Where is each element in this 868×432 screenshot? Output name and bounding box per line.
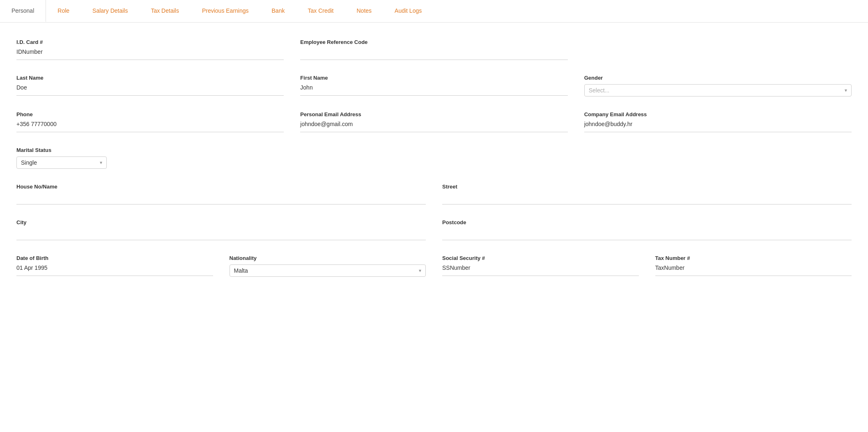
field-city: City — [16, 219, 426, 240]
id-card-label: I.D. Card # — [16, 39, 284, 45]
tab-bank[interactable]: Bank — [260, 0, 296, 22]
field-first-name: First Name John — [300, 75, 567, 97]
nationality-label: Nationality — [230, 255, 426, 261]
employee-ref-value[interactable] — [300, 48, 567, 60]
field-social-security: Social Security # SSNumber — [442, 255, 639, 277]
field-id-card: I.D. Card # IDNumber — [16, 39, 284, 60]
house-no-value[interactable] — [16, 193, 426, 205]
field-employee-ref: Employee Reference Code — [300, 39, 567, 60]
first-name-value[interactable]: John — [300, 84, 567, 96]
tab-audit-logs[interactable]: Audit Logs — [383, 0, 433, 22]
city-value[interactable] — [16, 229, 426, 240]
tab-personal[interactable]: Personal — [0, 0, 46, 22]
nationality-select[interactable]: Malta ▾ — [230, 264, 426, 277]
field-postcode: Postcode — [442, 219, 852, 240]
tab-salary-details[interactable]: Salary Details — [81, 0, 139, 22]
dob-label: Date of Birth — [16, 255, 213, 261]
postcode-value[interactable] — [442, 229, 852, 240]
field-nationality: Nationality Malta ▾ — [230, 255, 426, 277]
tab-role[interactable]: Role — [46, 0, 81, 22]
tab-tax-details[interactable]: Tax Details — [139, 0, 190, 22]
phone-value[interactable]: +356 77770000 — [16, 121, 284, 132]
field-house-no: House No/Name — [16, 184, 426, 205]
last-name-value[interactable]: Doe — [16, 84, 284, 96]
tax-number-label: Tax Number # — [655, 255, 852, 261]
field-tax-number: Tax Number # TaxNumber — [655, 255, 852, 277]
marital-status-label: Marital Status — [16, 147, 107, 153]
phone-label: Phone — [16, 111, 284, 117]
first-name-label: First Name — [300, 75, 567, 81]
tab-tax-credit[interactable]: Tax Credit — [296, 0, 345, 22]
tax-number-value[interactable]: TaxNumber — [655, 264, 852, 276]
id-card-value[interactable]: IDNumber — [16, 48, 284, 60]
postcode-label: Postcode — [442, 219, 852, 225]
street-value[interactable] — [442, 193, 852, 205]
personal-email-value[interactable]: johndoe@gmail.com — [300, 121, 567, 132]
tabs-nav: Personal Role Salary Details Tax Details… — [0, 0, 868, 23]
row-marital: Marital Status Single ▾ — [16, 147, 852, 169]
social-security-label: Social Security # — [442, 255, 639, 261]
row-address1: House No/Name Street — [16, 184, 852, 205]
street-label: Street — [442, 184, 852, 190]
company-email-label: Company Email Address — [584, 111, 852, 117]
personal-email-label: Personal Email Address — [300, 111, 567, 117]
city-label: City — [16, 219, 426, 225]
field-gender: Gender Select... ▾ — [584, 75, 852, 97]
company-email-value[interactable]: johndoe@buddy.hr — [584, 121, 852, 132]
personal-form: I.D. Card # IDNumber Employee Reference … — [0, 23, 868, 308]
chevron-down-icon: ▾ — [419, 268, 421, 273]
field-marital-status: Marital Status Single ▾ — [16, 147, 107, 169]
tab-previous-earnings[interactable]: Previous Earnings — [191, 0, 260, 22]
gender-label: Gender — [584, 75, 852, 81]
employee-ref-label: Employee Reference Code — [300, 39, 567, 45]
dob-value[interactable]: 01 Apr 1995 — [16, 264, 213, 276]
marital-status-value: Single — [21, 159, 100, 166]
tab-notes[interactable]: Notes — [345, 0, 383, 22]
social-security-value[interactable]: SSNumber — [442, 264, 639, 276]
row-id-ref: I.D. Card # IDNumber Employee Reference … — [16, 39, 852, 60]
field-phone: Phone +356 77770000 — [16, 111, 284, 132]
nationality-value: Malta — [234, 267, 419, 274]
chevron-down-icon: ▾ — [100, 160, 102, 165]
field-street: Street — [442, 184, 852, 205]
chevron-down-icon: ▾ — [845, 87, 847, 93]
field-marital-spacer — [123, 147, 479, 169]
marital-status-select[interactable]: Single ▾ — [16, 156, 107, 169]
field-marital-spacer2 — [496, 147, 852, 169]
field-last-name: Last Name Doe — [16, 75, 284, 97]
field-personal-email: Personal Email Address johndoe@gmail.com — [300, 111, 567, 132]
row-contact: Phone +356 77770000 Personal Email Addre… — [16, 111, 852, 132]
field-company-email: Company Email Address johndoe@buddy.hr — [584, 111, 852, 132]
house-no-label: House No/Name — [16, 184, 426, 190]
gender-placeholder: Select... — [589, 87, 845, 94]
field-dob: Date of Birth 01 Apr 1995 — [16, 255, 213, 277]
last-name-label: Last Name — [16, 75, 284, 81]
row-name-gender: Last Name Doe First Name John Gender Sel… — [16, 75, 852, 97]
gender-select[interactable]: Select... ▾ — [584, 84, 852, 97]
row-address2: City Postcode — [16, 219, 852, 240]
row-dob-nationality: Date of Birth 01 Apr 1995 Nationality Ma… — [16, 255, 852, 277]
